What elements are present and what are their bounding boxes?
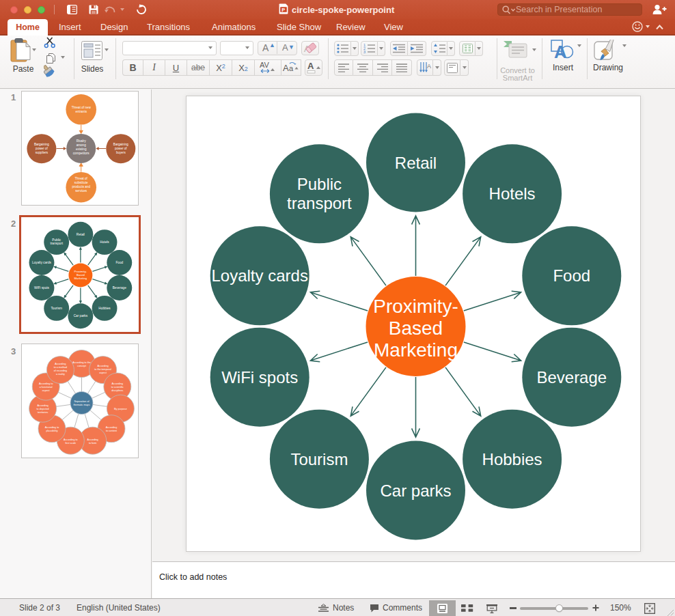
svg-text:Car parks: Car parks xyxy=(74,314,88,318)
svg-text:a functional: a functional xyxy=(40,386,53,389)
svg-text:Separation of: Separation of xyxy=(74,400,90,403)
svg-text:disciplines: disciplines xyxy=(111,389,123,392)
svg-text:among: among xyxy=(77,143,86,147)
svg-text:According to: According to xyxy=(45,426,59,429)
svg-text:Loyalty cards: Loyalty cards xyxy=(32,261,51,264)
svg-text:power of: power of xyxy=(115,147,127,150)
svg-text:products and: products and xyxy=(72,185,90,188)
svg-text:thematic maps: thematic maps xyxy=(74,404,90,406)
svg-text:Threat of new: Threat of new xyxy=(72,106,92,109)
svg-text:Based: Based xyxy=(77,273,85,277)
svg-text:a: a xyxy=(289,64,294,72)
svg-text:aspect: aspect xyxy=(99,372,107,374)
svg-text:Marketing: Marketing xyxy=(374,339,458,361)
svg-text:of recording: of recording xyxy=(54,369,67,372)
svg-text:AV: AV xyxy=(260,61,270,69)
svg-text:to depicted: to depicted xyxy=(37,408,49,410)
svg-text:transport: transport xyxy=(50,242,63,245)
svg-text:According: According xyxy=(55,363,66,365)
svg-text:transport: transport xyxy=(287,194,352,212)
svg-text:to scientific: to scientific xyxy=(111,386,124,389)
svg-text:Retail: Retail xyxy=(395,154,437,172)
svg-text:substitute: substitute xyxy=(74,181,88,184)
svg-text:According: According xyxy=(106,426,117,429)
svg-text:Based: Based xyxy=(389,318,443,339)
svg-text:A: A xyxy=(283,63,289,73)
svg-text:Hotels: Hotels xyxy=(489,184,536,203)
svg-text:to form: to form xyxy=(89,442,96,445)
svg-text:By purpose: By purpose xyxy=(114,408,127,410)
svg-text:Public: Public xyxy=(52,238,61,242)
svg-text:According to the: According to the xyxy=(72,361,91,364)
svg-text:Hobbies: Hobbies xyxy=(98,307,111,310)
svg-text:plausibility: plausibility xyxy=(46,430,57,432)
svg-text:P: P xyxy=(281,7,285,13)
svg-text:Hotels: Hotels xyxy=(100,240,109,244)
svg-text:Threat of: Threat of xyxy=(75,177,88,180)
svg-text:According: According xyxy=(37,404,48,407)
svg-text:A: A xyxy=(307,61,314,71)
svg-text:3: 3 xyxy=(363,50,366,53)
svg-text:According: According xyxy=(97,365,108,367)
svg-text:WiFi spots: WiFi spots xyxy=(34,286,50,290)
svg-text:Beverage: Beverage xyxy=(536,368,607,387)
svg-text:buyers: buyers xyxy=(116,151,126,154)
svg-text:According: According xyxy=(112,382,123,385)
svg-text:According: According xyxy=(87,438,98,441)
svg-text:Proximity-: Proximity- xyxy=(373,296,458,317)
svg-text:to a method: to a method xyxy=(54,366,67,369)
svg-text:Loyalty cards: Loyalty cards xyxy=(211,266,307,285)
svg-text:a reality: a reality xyxy=(56,373,65,376)
svg-text:According to: According to xyxy=(39,382,53,385)
svg-text:Marketing: Marketing xyxy=(74,277,87,280)
svg-text:Tourism: Tourism xyxy=(290,450,348,468)
svg-text:existing: existing xyxy=(76,148,87,151)
svg-text:Tourism: Tourism xyxy=(51,307,62,310)
svg-text:to the temporal: to the temporal xyxy=(94,368,111,371)
svg-text:territories: territories xyxy=(38,411,49,414)
svg-text:first scale: first scale xyxy=(66,442,77,445)
svg-text:Rivalry: Rivalry xyxy=(77,139,87,143)
svg-text:Public: Public xyxy=(297,175,342,193)
svg-text:Food: Food xyxy=(553,266,590,285)
svg-text:According to: According to xyxy=(64,438,78,441)
svg-text:entrants: entrants xyxy=(75,110,87,113)
svg-text:suppliers: suppliers xyxy=(36,151,49,154)
svg-text:Food: Food xyxy=(115,261,123,264)
svg-text:Proximity-: Proximity- xyxy=(74,270,87,273)
svg-text:Beverage: Beverage xyxy=(113,286,127,290)
svg-text:power of: power of xyxy=(36,147,48,150)
svg-text:Car parks: Car parks xyxy=(380,481,451,500)
svg-text:to content: to content xyxy=(106,430,117,432)
svg-text:aspect: aspect xyxy=(42,389,50,392)
svg-text:Bargaining: Bargaining xyxy=(113,143,128,146)
svg-text:concept: concept xyxy=(77,365,86,367)
svg-text:A: A xyxy=(554,42,567,61)
svg-text:Bargaining: Bargaining xyxy=(34,143,49,146)
svg-text:WiFi spots: WiFi spots xyxy=(221,368,298,387)
svg-text:A: A xyxy=(427,63,431,70)
svg-text:services: services xyxy=(75,189,87,193)
svg-text:Retail: Retail xyxy=(77,233,85,236)
svg-text:Hobbies: Hobbies xyxy=(482,450,542,468)
svg-text:competitors: competitors xyxy=(73,152,89,155)
